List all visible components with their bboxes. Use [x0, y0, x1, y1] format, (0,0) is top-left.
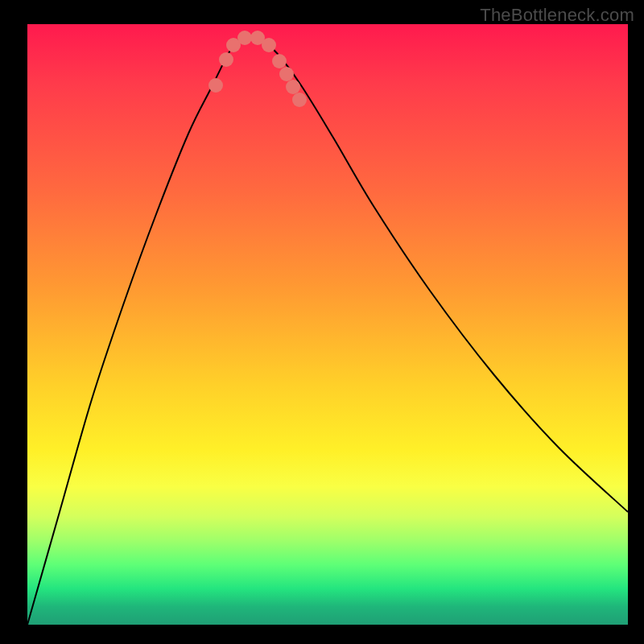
marker-dot [279, 67, 294, 81]
curve-svg [27, 24, 628, 625]
highlight-markers [208, 31, 307, 107]
marker-dot [237, 31, 252, 45]
marker-dot [208, 78, 223, 93]
marker-dot [286, 80, 300, 94]
marker-dot [292, 93, 307, 107]
bottleneck-curve [27, 36, 628, 625]
marker-dot [219, 52, 233, 67]
plot-area [27, 24, 628, 625]
watermark-text: TheBottleneck.com [480, 5, 634, 26]
marker-dot [262, 38, 276, 52]
marker-dot [272, 54, 287, 68]
chart-frame: TheBottleneck.com [0, 0, 644, 644]
